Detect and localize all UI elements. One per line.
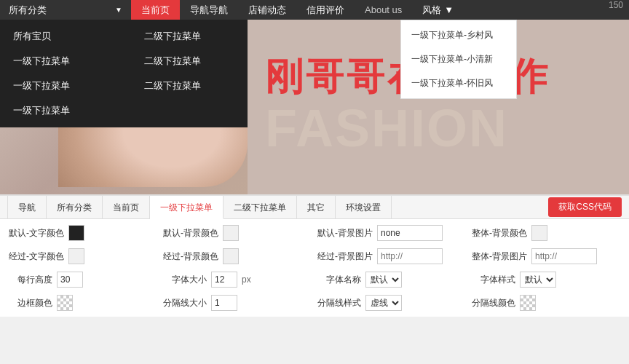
form-border-color-row: 边框颜色 [9, 295, 157, 311]
hover-text-color-swatch[interactable] [68, 248, 84, 264]
sub-dropdown-item-1[interactable]: 二级下拉菜单 [131, 24, 248, 49]
font-size-label: 字体大小 [163, 274, 207, 286]
font-style-select[interactable]: 默认 [520, 272, 556, 288]
sub-dropdown: 二级下拉菜单 二级下拉菜单 二级下拉菜单 [131, 20, 248, 127]
left-category-dropdown: 所有宝贝 一级下拉菜单 一级下拉菜单 一级下拉菜单 [0, 20, 131, 127]
tab-others[interactable]: 其它 [297, 196, 336, 219]
tab-all-categories[interactable]: 所有分类 [47, 196, 103, 219]
nav-current-page[interactable]: 当前页 [131, 0, 180, 20]
right-style-dropdown: 一级下拉菜单-乡村风 一级下拉菜单-小清新 一级下拉菜单-怀旧风 [400, 20, 517, 99]
form-hover-bg-image-row: 经过-背景图片 [317, 248, 466, 264]
config-form: 默认-文字颜色 默认-背景颜色 默认-背景图片 整体-背景颜色 经过-文字颜色 … [0, 219, 629, 317]
hover-bg-image-label: 经过-背景图片 [317, 250, 373, 263]
row-height-label: 每行高度 [9, 274, 52, 286]
config-area: 导航 所有分类 当前页 一级下拉菜单 二级下拉菜单 其它 环境设置 获取CSS代… [0, 194, 629, 317]
form-divider-size-row: 分隔线大小 [163, 295, 312, 311]
border-color-label: 边框颜色 [9, 297, 52, 309]
form-font-name-row: 字体名称 默认 [317, 272, 466, 288]
row-height-input[interactable] [57, 272, 83, 288]
font-style-label: 字体样式 [472, 274, 515, 286]
form-overall-bg-image-row: 整体-背景图片 [472, 248, 620, 264]
form-overall-bg-color-row: 整体-背景颜色 [472, 225, 620, 241]
divider-size-input[interactable] [211, 295, 237, 311]
hover-bg-color-label: 经过-背景颜色 [163, 250, 218, 263]
dropdowns-area: 所有宝贝 一级下拉菜单 一级下拉菜单 一级下拉菜单 二级下拉菜单 二级下拉菜单 … [0, 20, 248, 127]
default-bg-image-input[interactable] [377, 225, 443, 241]
overall-bg-color-label: 整体-背景颜色 [472, 227, 527, 240]
nav-style-arrow: ▼ [444, 4, 454, 15]
tab-level1-dropdown[interactable]: 一级下拉菜单 [150, 196, 223, 219]
get-css-button[interactable]: 获取CSS代码 [548, 197, 622, 217]
left-dropdown-item-2[interactable]: 一级下拉菜单 [0, 74, 131, 98]
config-tabs: 导航 所有分类 当前页 一级下拉菜单 二级下拉菜单 其它 环境设置 获取CSS代… [0, 196, 629, 219]
form-divider-color-row: 分隔线颜色 [472, 295, 620, 311]
top-nav-bar: 所有分类 ▼ 当前页 导航导航 店铺动态 信用评价 About us 风格 ▼ … [0, 0, 629, 20]
divider-color-label: 分隔线颜色 [472, 297, 515, 309]
divider-color-swatch[interactable] [520, 295, 536, 311]
default-text-color-swatch[interactable] [68, 225, 84, 241]
style-item-2[interactable]: 一级下拉菜单-小清新 [401, 47, 516, 71]
form-hover-bg-color-row: 经过-背景颜色 [163, 248, 312, 264]
default-bg-color-label: 默认-背景颜色 [163, 227, 218, 240]
default-bg-image-label: 默认-背景图片 [317, 227, 373, 240]
font-size-input[interactable] [211, 272, 237, 288]
form-hover-text-color-row: 经过-文字颜色 [9, 248, 157, 264]
form-divider-style-row: 分隔线样式 虚线 [317, 295, 466, 311]
default-bg-color-swatch[interactable] [223, 225, 239, 241]
tab-navigation[interactable]: 导航 [7, 196, 47, 219]
divider-style-select[interactable]: 虚线 [365, 295, 402, 311]
nav-dropdown-arrow: ▼ [115, 6, 122, 14]
nav-all-categories-label: 所有分类 [9, 4, 47, 17]
overall-bg-color-swatch[interactable] [531, 225, 547, 241]
form-default-bg-image-row: 默认-背景图片 [317, 225, 466, 241]
nav-style[interactable]: 风格 ▼ [412, 0, 464, 20]
form-font-size-row: 字体大小 px [163, 272, 312, 288]
style-item-1[interactable]: 一级下拉菜单-乡村风 [401, 23, 516, 47]
font-name-label: 字体名称 [317, 274, 361, 286]
hover-bg-image-input[interactable] [377, 248, 443, 264]
nav-all-categories[interactable]: 所有分类 ▼ [0, 0, 131, 20]
divider-style-label: 分隔线样式 [317, 297, 361, 309]
border-color-swatch[interactable] [57, 295, 73, 311]
overall-bg-image-label: 整体-背景图片 [472, 250, 527, 263]
px-label: px [242, 274, 251, 285]
form-default-text-color-row: 默认-文字颜色 [9, 225, 157, 241]
default-text-color-label: 默认-文字颜色 [9, 227, 64, 240]
nav-navigation[interactable]: 导航导航 [180, 0, 238, 20]
hover-bg-color-swatch[interactable] [223, 248, 239, 264]
overall-bg-image-input[interactable] [531, 248, 597, 264]
nav-about[interactable]: About us [355, 0, 412, 20]
nav-shop-updates[interactable]: 店铺动态 [238, 0, 296, 20]
divider-size-label: 分隔线大小 [163, 297, 207, 309]
hover-text-color-label: 经过-文字颜色 [9, 250, 64, 263]
nav-credit[interactable]: 信用评价 [296, 0, 355, 20]
tab-level2-dropdown[interactable]: 二级下拉菜单 [223, 196, 297, 219]
form-font-style-row: 字体样式 默认 [472, 272, 620, 288]
left-dropdown-item-all[interactable]: 所有宝贝 [0, 24, 131, 49]
sub-dropdown-item-3[interactable]: 二级下拉菜单 [131, 74, 248, 98]
tab-environment[interactable]: 环境设置 [336, 196, 392, 219]
sub-dropdown-item-2[interactable]: 二级下拉菜单 [131, 49, 248, 74]
form-default-bg-color-row: 默认-背景颜色 [163, 225, 312, 241]
font-name-select[interactable]: 默认 [365, 272, 402, 288]
tab-current-page[interactable]: 当前页 [103, 196, 150, 219]
form-row-height-row: 每行高度 [9, 272, 157, 288]
style-item-3[interactable]: 一级下拉菜单-怀旧风 [401, 71, 516, 95]
nav-count: 150 [609, 0, 629, 20]
left-dropdown-item-3[interactable]: 一级下拉菜单 [0, 98, 131, 123]
banner-fashion-text: FASHION [265, 98, 614, 158]
left-dropdown-item-1[interactable]: 一级下拉菜单 [0, 49, 131, 74]
